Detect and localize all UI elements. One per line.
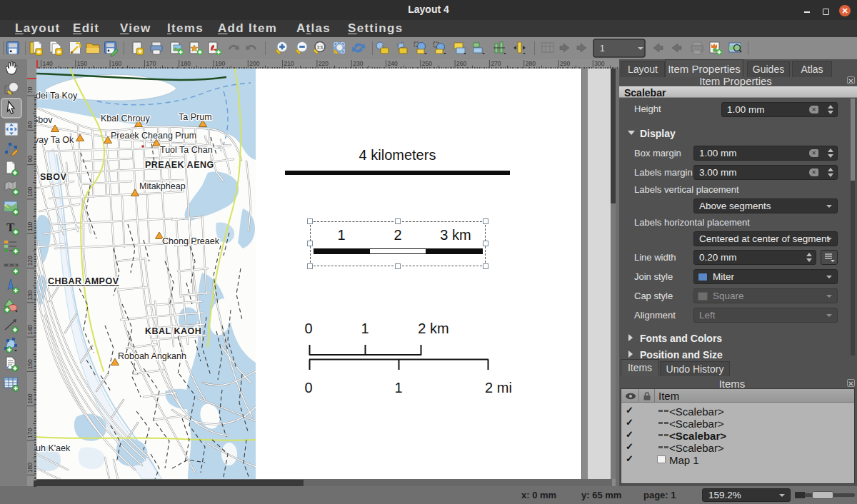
- svg-text:160: 160: [111, 60, 121, 67]
- svg-text:140: 140: [27, 325, 34, 335]
- svg-text:140: 140: [43, 60, 53, 67]
- svg-text:260: 260: [456, 60, 466, 67]
- svg-text:230: 230: [353, 60, 363, 67]
- svg-text:150: 150: [27, 359, 34, 369]
- svg-text:150: 150: [77, 60, 87, 67]
- svg-text:1: 1: [600, 44, 605, 54]
- svg-text:Chong Preaek: Chong Preaek: [162, 236, 220, 246]
- svg-text:Sbov: Sbov: [36, 115, 53, 125]
- svg-text:80: 80: [27, 121, 34, 128]
- svg-text:dei Ta Koy: dei Ta Koy: [36, 91, 78, 101]
- svg-text:200: 200: [249, 60, 259, 67]
- svg-text:130: 130: [27, 290, 34, 300]
- svg-text:100: 100: [27, 186, 34, 196]
- svg-text:280: 280: [526, 60, 536, 67]
- svg-text:120: 120: [27, 256, 34, 266]
- svg-text:210: 210: [284, 60, 294, 67]
- svg-text:290: 290: [560, 60, 570, 67]
- svg-text:160: 160: [27, 393, 34, 403]
- svg-text:240: 240: [388, 60, 398, 67]
- svg-text:180: 180: [181, 60, 191, 67]
- svg-text:SBOV: SBOV: [40, 172, 67, 182]
- svg-text:Mitakpheap: Mitakpheap: [139, 181, 186, 191]
- svg-text:1:1: 1:1: [317, 45, 324, 49]
- svg-text:CHBAR AMPOV: CHBAR AMPOV: [48, 276, 119, 286]
- svg-text:220: 220: [319, 60, 329, 67]
- svg-text:vay Ta Ok: vay Ta Ok: [36, 135, 74, 145]
- svg-text:uh K'aek: uh K'aek: [36, 443, 71, 453]
- svg-text:Roboah Angkanh: Roboah Angkanh: [118, 351, 186, 361]
- svg-text:PREAEK AENG: PREAEK AENG: [145, 160, 214, 170]
- svg-text:Ta Prum: Ta Prum: [179, 112, 212, 122]
- svg-text:300: 300: [594, 60, 604, 67]
- svg-text:Kbal Chrouy: Kbal Chrouy: [101, 114, 151, 124]
- svg-text:70: 70: [27, 86, 34, 94]
- svg-text:KBAL KAOH: KBAL KAOH: [145, 326, 201, 336]
- svg-text:170: 170: [146, 60, 156, 67]
- svg-text:Preaek Cheang Prum: Preaek Cheang Prum: [111, 131, 196, 141]
- svg-text:170: 170: [27, 428, 34, 438]
- svg-text:90: 90: [27, 156, 34, 163]
- svg-text:270: 270: [491, 60, 501, 67]
- svg-text:110: 110: [27, 221, 34, 231]
- svg-text:Tuol Ta Chan: Tuol Ta Chan: [160, 145, 213, 155]
- svg-text:190: 190: [215, 60, 225, 67]
- svg-text:180: 180: [27, 463, 34, 473]
- svg-text:250: 250: [422, 60, 432, 67]
